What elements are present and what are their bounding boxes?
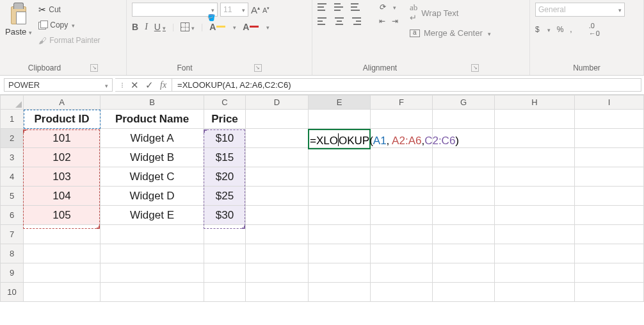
row-header-7[interactable]: 7 (1, 225, 24, 244)
cell-C6[interactable]: $30 (204, 206, 246, 225)
row-header-1[interactable]: 1 (1, 110, 24, 129)
cell-H7[interactable] (495, 225, 575, 244)
cell-F5[interactable] (371, 187, 433, 206)
cell-A5[interactable]: 104 (24, 187, 101, 206)
underline-button[interactable]: U (154, 22, 166, 32)
cell-E1[interactable] (309, 110, 371, 129)
cell-E4[interactable] (309, 167, 371, 187)
cell-A1[interactable]: Product ID (24, 110, 101, 129)
align-left-icon[interactable] (318, 17, 328, 25)
col-header-B[interactable]: B (101, 96, 204, 110)
row-header-6[interactable]: 6 (1, 206, 24, 225)
cell-B7[interactable] (101, 225, 204, 244)
cell-E7[interactable] (309, 225, 371, 244)
row-header-9[interactable]: 9 (1, 263, 24, 283)
borders-button[interactable] (181, 22, 195, 32)
cell-C4[interactable]: $20 (204, 167, 246, 187)
cell-H4[interactable] (495, 167, 575, 187)
cell-G1[interactable] (433, 110, 495, 129)
cut-button[interactable]: Cut (36, 3, 102, 17)
cell-C1[interactable]: Price (204, 110, 246, 129)
decrease-indent-icon[interactable]: ⇤ (379, 17, 385, 26)
dialog-launcher-icon[interactable] (254, 64, 262, 72)
cell-I1[interactable] (575, 110, 644, 129)
cell-H8[interactable] (495, 244, 575, 263)
cell-G5[interactable] (433, 187, 495, 206)
row-header-4[interactable]: 4 (1, 167, 24, 187)
chevron-down-icon[interactable] (232, 22, 236, 31)
cell-H3[interactable] (495, 148, 575, 167)
decrease-font-icon[interactable]: A▾ (262, 6, 270, 14)
cell-I10[interactable] (575, 283, 644, 302)
cell-B9[interactable] (101, 263, 204, 283)
cell-F10[interactable] (371, 283, 433, 302)
number-format-combo[interactable]: General (535, 3, 625, 17)
font-color-button[interactable]: A (243, 22, 259, 32)
col-header-C[interactable]: C (204, 96, 246, 110)
increase-indent-icon[interactable]: ⇥ (392, 17, 398, 26)
cell-D1[interactable] (246, 110, 309, 129)
col-header-H[interactable]: H (495, 96, 575, 110)
cell-C5[interactable]: $25 (204, 187, 246, 206)
cell-E8[interactable] (309, 244, 371, 263)
chevron-down-icon[interactable] (265, 22, 270, 31)
cell-I2[interactable] (575, 129, 644, 148)
cell-I7[interactable] (575, 225, 644, 244)
dialog-launcher-icon[interactable] (90, 64, 98, 72)
cell-D2[interactable] (246, 129, 309, 148)
cell-D5[interactable] (246, 187, 309, 206)
cell-A4[interactable]: 103 (24, 167, 101, 187)
cell-F8[interactable] (371, 244, 433, 263)
col-header-D[interactable]: D (246, 96, 309, 110)
cell-D3[interactable] (246, 148, 309, 167)
cell-G10[interactable] (433, 283, 495, 302)
cell-H6[interactable] (495, 206, 575, 225)
cell-A2[interactable]: 101 (24, 129, 101, 148)
cell-H9[interactable] (495, 263, 575, 283)
italic-button[interactable]: I (145, 22, 148, 32)
cell-F3[interactable] (371, 148, 433, 167)
cell-D10[interactable] (246, 283, 309, 302)
cell-E9[interactable] (309, 263, 371, 283)
cell-I8[interactable] (575, 244, 644, 263)
cell-B4[interactable]: Widget C (101, 167, 204, 187)
cell-C2[interactable]: $10 (204, 129, 246, 148)
align-right-icon[interactable] (351, 17, 361, 25)
cell-I9[interactable] (575, 263, 644, 283)
cell-F9[interactable] (371, 263, 433, 283)
cell-I4[interactable] (575, 167, 644, 187)
cell-B1[interactable]: Product Name (101, 110, 204, 129)
cell-C7[interactable] (204, 225, 246, 244)
cell-G3[interactable] (433, 148, 495, 167)
col-header-F[interactable]: F (371, 96, 433, 110)
cell-I5[interactable] (575, 187, 644, 206)
cell-E3[interactable] (309, 148, 371, 167)
cell-I3[interactable] (575, 148, 644, 167)
increase-font-icon[interactable]: A▴ (251, 4, 260, 15)
cell-D8[interactable] (246, 244, 309, 263)
cell-G9[interactable] (433, 263, 495, 283)
row-header-10[interactable]: 10 (1, 283, 24, 302)
cell-F7[interactable] (371, 225, 433, 244)
worksheet-grid[interactable]: A B C D E F G H I 1 Product ID Product N… (0, 95, 644, 302)
cell-B6[interactable]: Widget E (101, 206, 204, 225)
fx-icon[interactable]: fx (160, 80, 166, 90)
row-header-2[interactable]: 2 (1, 129, 24, 148)
cell-E5[interactable] (309, 187, 371, 206)
cell-A7[interactable] (24, 225, 101, 244)
cell-F4[interactable] (371, 167, 433, 187)
fill-color-button[interactable]: 🪣A (209, 22, 225, 32)
comma-button[interactable]: , (570, 25, 572, 34)
align-top-icon[interactable] (318, 3, 328, 11)
cell-A10[interactable] (24, 283, 101, 302)
increase-decimal-icon[interactable]: .0←0 (589, 22, 600, 37)
cell-E6[interactable] (309, 206, 371, 225)
row-header-5[interactable]: 5 (1, 187, 24, 206)
col-header-E[interactable]: E (309, 96, 371, 110)
cell-G4[interactable] (433, 167, 495, 187)
cell-A6[interactable]: 105 (24, 206, 101, 225)
enter-icon[interactable]: ✓ (145, 79, 154, 91)
paste-button[interactable]: Paste (5, 3, 32, 37)
cell-E2[interactable]: =XLOOKUP(A1, A2:A6,C2:C6) (309, 129, 371, 148)
accounting-format-button[interactable]: $ (535, 25, 540, 34)
